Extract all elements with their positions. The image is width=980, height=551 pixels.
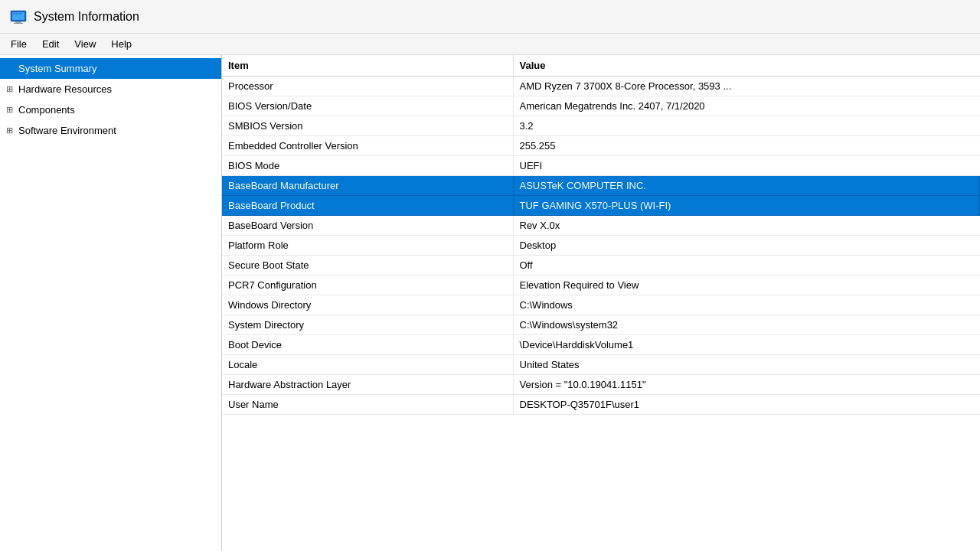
cell-value: DESKTOP-Q35701F\user1 (513, 395, 980, 415)
cell-value: AMD Ryzen 7 3700X 8-Core Processor, 3593… (513, 77, 980, 96)
cell-item: Boot Device (222, 335, 513, 355)
cell-item: Locale (222, 355, 513, 375)
menu-edit[interactable]: Edit (34, 35, 67, 53)
menu-view[interactable]: View (67, 35, 103, 53)
cell-item: Embedded Controller Version (222, 136, 513, 156)
table-row[interactable]: Secure Boot StateOff (222, 256, 980, 276)
sidebar-item-components[interactable]: ⊞ Components (0, 99, 221, 120)
cell-value: C:\Windows (513, 295, 980, 315)
cell-value: United States (513, 355, 980, 375)
table-row[interactable]: Windows DirectoryC:\Windows (222, 295, 980, 315)
table-row[interactable]: ProcessorAMD Ryzen 7 3700X 8-Core Proces… (222, 77, 980, 96)
expand-icon-hardware: ⊞ (6, 84, 15, 94)
cell-value: Rev X.0x (513, 216, 980, 236)
cell-item: BIOS Mode (222, 156, 513, 176)
main-content: System Summary ⊞ Hardware Resources ⊞ Co… (0, 55, 980, 551)
sidebar: System Summary ⊞ Hardware Resources ⊞ Co… (0, 55, 222, 551)
cell-value: Off (513, 256, 980, 276)
svg-rect-6 (19, 13, 21, 15)
title-bar: System Information (0, 0, 980, 34)
sidebar-label-software: Software Environment (18, 125, 116, 136)
table-row[interactable]: BaseBoard ManufacturerASUSTeK COMPUTER I… (222, 176, 980, 196)
sidebar-label-system-summary: System Summary (18, 63, 97, 74)
cell-item: SMBIOS Version (222, 116, 513, 136)
cell-value: 255.255 (513, 136, 980, 156)
cell-value: UEFI (513, 156, 980, 176)
cell-item: BIOS Version/Date (222, 96, 513, 116)
svg-rect-3 (14, 23, 23, 24)
column-item: Item (222, 55, 513, 77)
table-row[interactable]: Platform RoleDesktop (222, 236, 980, 256)
cell-item: BaseBoard Version (222, 216, 513, 236)
table-row[interactable]: BaseBoard ProductTUF GAMING X570-PLUS (W… (222, 196, 980, 216)
cell-value: Desktop (513, 236, 980, 256)
cell-value: C:\Windows\system32 (513, 315, 980, 335)
expand-icon-components: ⊞ (6, 105, 15, 115)
menu-help[interactable]: Help (103, 35, 139, 53)
cell-item: BaseBoard Product (222, 196, 513, 216)
sidebar-item-software-environment[interactable]: ⊞ Software Environment (0, 120, 221, 141)
svg-rect-5 (16, 13, 18, 15)
content-area: Item Value ProcessorAMD Ryzen 7 3700X 8-… (222, 55, 980, 551)
cell-item: Secure Boot State (222, 256, 513, 276)
table-row[interactable]: Embedded Controller Version255.255 (222, 136, 980, 156)
cell-value: ASUSTeK COMPUTER INC. (513, 176, 980, 196)
table-row[interactable]: System DirectoryC:\Windows\system32 (222, 315, 980, 335)
cell-item: Processor (222, 77, 513, 96)
table-row[interactable]: LocaleUnited States (222, 355, 980, 375)
table-row[interactable]: Boot Device\Device\HarddiskVolume1 (222, 335, 980, 355)
cell-value: Version = "10.0.19041.1151" (513, 375, 980, 395)
cell-value: TUF GAMING X570-PLUS (WI-FI) (513, 196, 980, 216)
column-value: Value (513, 55, 980, 77)
table-row[interactable]: User NameDESKTOP-Q35701F\user1 (222, 395, 980, 415)
sidebar-item-hardware-resources[interactable]: ⊞ Hardware Resources (0, 79, 221, 99)
sidebar-label-components: Components (18, 104, 75, 116)
cell-item: PCR7 Configuration (222, 276, 513, 295)
svg-rect-2 (15, 21, 21, 23)
cell-value: 3.2 (513, 116, 980, 136)
app-title: System Information (34, 10, 139, 24)
cell-item: System Directory (222, 315, 513, 335)
table-row[interactable]: SMBIOS Version3.2 (222, 116, 980, 136)
table-row[interactable]: BIOS ModeUEFI (222, 156, 980, 176)
cell-value: American Megatrends Inc. 2407, 7/1/2020 (513, 96, 980, 116)
table-row[interactable]: BaseBoard VersionRev X.0x (222, 216, 980, 236)
menu-file[interactable]: File (3, 35, 34, 53)
cell-item: Platform Role (222, 236, 513, 256)
menu-bar: File Edit View Help (0, 34, 980, 55)
table-row[interactable]: BIOS Version/DateAmerican Megatrends Inc… (222, 96, 980, 116)
info-table: Item Value ProcessorAMD Ryzen 7 3700X 8-… (222, 55, 980, 415)
sidebar-label-hardware: Hardware Resources (18, 83, 112, 95)
cell-item: User Name (222, 395, 513, 415)
table-row[interactable]: Hardware Abstraction LayerVersion = "10.… (222, 375, 980, 395)
sidebar-item-system-summary[interactable]: System Summary (0, 58, 221, 79)
app-icon (9, 8, 28, 26)
cell-value: Elevation Required to View (513, 276, 980, 295)
cell-item: Windows Directory (222, 295, 513, 315)
cell-item: BaseBoard Manufacturer (222, 176, 513, 196)
svg-rect-4 (13, 13, 15, 15)
table-row[interactable]: PCR7 ConfigurationElevation Required to … (222, 276, 980, 295)
expand-icon-software: ⊞ (6, 126, 15, 135)
cell-item: Hardware Abstraction Layer (222, 375, 513, 395)
cell-value: \Device\HarddiskVolume1 (513, 335, 980, 355)
